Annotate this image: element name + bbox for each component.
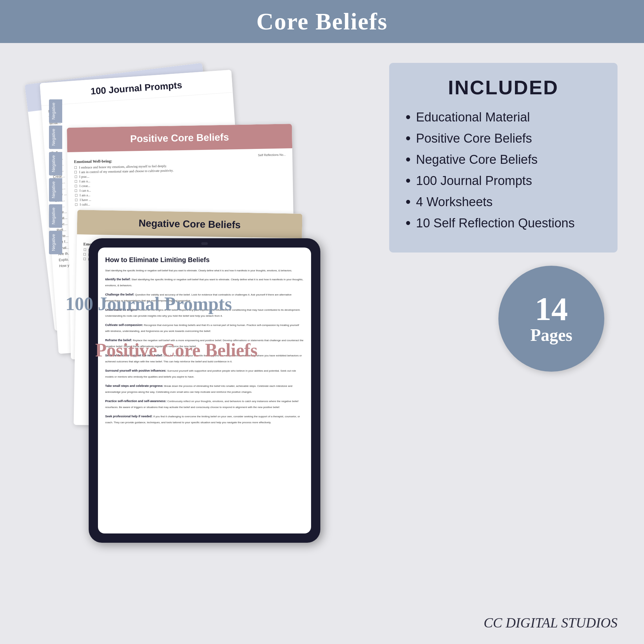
pages-number: 14 [535, 293, 568, 326]
list-item-6: 10 Self Reflection Questions [406, 215, 601, 231]
list-item-2: Positive Core Beliefs [406, 130, 601, 147]
tablet-section-10: Seek professional help if needed: If you… [105, 413, 304, 425]
positive-beliefs-header: Positive Core Beliefs [67, 124, 292, 152]
side-tab-5: Negative [49, 204, 62, 228]
tablet-title: How to Eliminate Limiting Beliefs [105, 255, 304, 264]
list-item-5: 4 Worksheets [406, 194, 601, 210]
included-list: Educational Material Positive Core Belie… [406, 109, 601, 231]
side-tab-3: Negative [49, 152, 62, 175]
tablet-intro: Start identifying the specific limiting … [105, 269, 304, 272]
tablet-section-7: Surround yourself with positive influenc… [105, 367, 304, 379]
tablet-section-9: Practice self-reflection and self-awaren… [105, 397, 304, 409]
side-tab-6: Negative [49, 231, 62, 254]
side-tab-1: Negative [49, 99, 62, 123]
list-item-4: 100 Journal Prompts [406, 172, 601, 189]
header: Core Beliefs [0, 0, 644, 43]
negative-beliefs-header: Negative Core Beliefs [77, 210, 302, 238]
tablet-screen: How to Eliminate Limiting Beliefs Start … [98, 248, 311, 533]
big-text-positive: Positive Core Beliefs [95, 340, 257, 361]
main-content: Negative to Positive Challenge your nega… [0, 43, 644, 644]
pages-badge: 14 Pages [498, 266, 604, 372]
included-box: INCLUDED Educational Material Positive C… [389, 63, 618, 253]
pages-label: Pages [530, 326, 572, 345]
side-tabs: Negative Negative Negative Negative Nega… [49, 99, 62, 254]
tablet-device: How to Eliminate Limiting Beliefs Start … [89, 238, 320, 543]
brand-name: CC DIGITAL STUDIOS [484, 615, 618, 630]
tablet-section-8: Take small steps and celebrate progress:… [105, 382, 304, 394]
left-panel: Negative to Positive Challenge your nega… [26, 63, 369, 624]
brand-footer: CC DIGITAL STUDIOS [484, 615, 618, 631]
side-tab-2: Negative [49, 125, 62, 149]
positive-right-label: Self Reflections No... [258, 153, 286, 157]
page-title: Core Beliefs [256, 8, 388, 35]
included-title: INCLUDED [406, 76, 601, 99]
tablet-outer: How to Eliminate Limiting Beliefs Start … [89, 238, 320, 543]
pages-stack: Negative to Positive Challenge your nega… [49, 73, 347, 553]
side-tab-4: Negative [49, 178, 62, 202]
tablet-camera [201, 242, 208, 245]
big-text-journal: 100 Journal Prompts [66, 293, 232, 314]
right-panel: INCLUDED Educational Material Positive C… [389, 63, 618, 624]
list-item-1: Educational Material [406, 109, 601, 125]
list-item-3: Negative Core Beliefs [406, 151, 601, 168]
tablet-section-1: Identify the belief: Start identifying t… [105, 276, 304, 288]
positive-beliefs-content: Emotional Well-being: I embrace and hono… [67, 148, 293, 212]
negative-beliefs-title: Negative Core Beliefs [85, 217, 294, 232]
positive-beliefs-title: Positive Core Beliefs [75, 131, 284, 146]
tablet-section-4: Cultivate self-compassion: Recognize tha… [105, 321, 304, 333]
